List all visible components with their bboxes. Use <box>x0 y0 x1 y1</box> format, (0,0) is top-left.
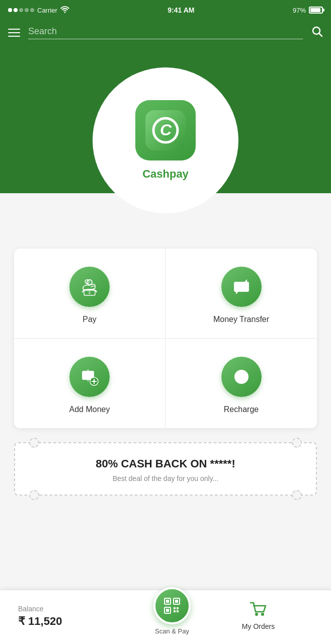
balance-amount: ₹ 11,520 <box>18 615 153 628</box>
svg-rect-24 <box>175 600 178 603</box>
cart-svg <box>250 602 268 617</box>
promo-banner[interactable]: 80% CASH BACK ON *****! Best deal of the… <box>14 442 317 496</box>
search-input[interactable] <box>28 26 303 37</box>
add-money-label: Add Money <box>69 405 110 414</box>
add-money-icon <box>80 367 99 386</box>
hamburger-menu-icon[interactable] <box>8 29 20 37</box>
money-transfer-icon-circle <box>221 267 262 307</box>
signal-dot-5 <box>30 8 34 12</box>
svg-rect-29 <box>174 610 176 612</box>
signal-dots <box>8 8 34 12</box>
status-bar: Carrier 9:41 AM 97% <box>0 0 331 20</box>
qr-icon <box>163 597 181 615</box>
my-orders-label: My Orders <box>242 622 275 630</box>
carrier-label: Carrier <box>37 7 57 14</box>
app-name: Cashpay <box>142 168 189 181</box>
signal-dot-4 <box>25 8 29 12</box>
promo-notch-br <box>292 490 302 500</box>
svg-text:C: C <box>160 121 172 139</box>
promo-title: 80% CASH BACK ON *****! <box>25 457 306 470</box>
recharge-label: Recharge <box>224 405 259 414</box>
svg-text:$: $ <box>87 281 88 284</box>
add-money-action[interactable]: Add Money <box>14 339 166 428</box>
svg-rect-28 <box>177 607 179 609</box>
svg-point-31 <box>255 613 258 616</box>
search-input-wrapper[interactable] <box>28 26 303 39</box>
scan-pay-label: Scan & Pay <box>155 627 189 635</box>
balance-section: Balance ₹ 11,520 <box>0 605 153 628</box>
signal-dot-2 <box>14 8 18 12</box>
bottom-spacer <box>0 496 331 551</box>
hero-circle: C Cashpay <box>93 67 238 213</box>
svg-line-1 <box>319 34 322 37</box>
my-orders-button[interactable]: My Orders <box>191 602 331 630</box>
battery-icon <box>309 7 323 14</box>
recharge-action[interactable]: ₹ Recharge <box>166 339 317 428</box>
actions-grid: $ $ Pay <box>14 249 317 428</box>
cashpay-logo-svg: C <box>145 110 186 150</box>
hero-section: C Cashpay <box>0 47 331 193</box>
scan-pay-icon-circle <box>153 587 191 624</box>
money-transfer-label: Money Transfer <box>213 315 269 324</box>
pay-icon: $ $ <box>80 277 99 296</box>
battery-percent: 97% <box>293 7 306 14</box>
signal-dot-1 <box>8 8 12 12</box>
svg-rect-30 <box>177 610 179 612</box>
svg-rect-26 <box>166 609 169 612</box>
search-bar <box>0 20 331 47</box>
balance-label: Balance <box>18 605 153 613</box>
promo-notch-tr <box>292 438 302 448</box>
svg-rect-27 <box>174 607 176 609</box>
pay-action[interactable]: $ $ Pay <box>14 249 166 339</box>
signal-dot-3 <box>19 8 23 12</box>
svg-rect-22 <box>166 600 169 603</box>
pay-icon-circle: $ $ <box>69 267 110 307</box>
actions-card: $ $ Pay <box>14 249 317 428</box>
promo-notch-tl <box>29 438 39 448</box>
shopping-cart-icon <box>250 602 268 620</box>
wifi-icon <box>60 6 69 15</box>
svg-text:₹: ₹ <box>238 372 244 382</box>
svg-point-32 <box>261 613 264 616</box>
status-left: Carrier <box>8 6 69 15</box>
app-logo-box: C <box>135 100 196 160</box>
money-transfer-action[interactable]: Money Transfer <box>166 249 317 339</box>
pay-label: Pay <box>82 315 97 324</box>
svg-text:$: $ <box>89 291 91 294</box>
recharge-icon: ₹ <box>232 367 251 386</box>
money-transfer-icon <box>232 277 251 296</box>
promo-subtitle: Best deal of the day for you only... <box>25 474 306 482</box>
promo-notch-bl <box>29 490 39 500</box>
bottom-bar: Balance ₹ 11,520 Scan & Pay <box>0 590 331 644</box>
status-right: 97% <box>293 7 323 14</box>
add-money-icon-circle <box>69 357 110 397</box>
recharge-icon-circle: ₹ <box>221 357 262 397</box>
scan-pay-button[interactable]: Scan & Pay <box>153 597 191 635</box>
battery-fill <box>310 8 320 12</box>
search-button[interactable] <box>311 25 323 40</box>
status-time: 9:41 AM <box>168 6 194 14</box>
